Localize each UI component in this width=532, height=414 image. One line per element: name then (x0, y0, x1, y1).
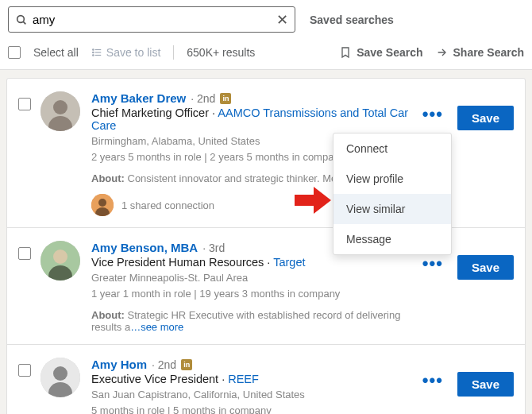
bookmark-icon (339, 46, 352, 59)
result-row: Amy Baker Drew · 2nd in Chief Marketing … (7, 79, 525, 228)
svg-point-7 (92, 55, 94, 56)
share-icon (436, 46, 449, 59)
job-title: Executive Vice President (91, 373, 218, 385)
dropdown-item-message[interactable]: Message (333, 224, 451, 254)
save-search-button[interactable]: Save Search (339, 46, 422, 59)
avatar[interactable] (40, 241, 80, 281)
row-checkbox[interactable] (18, 364, 31, 377)
pointer-arrow-icon (295, 187, 331, 214)
svg-point-6 (92, 52, 94, 53)
save-button[interactable]: Save (457, 106, 514, 130)
toolbar: Select all Save to list 650K+ results Sa… (0, 36, 532, 70)
results-container: Amy Baker Drew · 2nd in Chief Marketing … (0, 70, 532, 414)
avatar[interactable] (40, 358, 80, 397)
avatar[interactable] (40, 91, 80, 131)
svg-line-1 (23, 21, 25, 24)
more-actions-button[interactable]: ••• (418, 255, 448, 273)
svg-point-15 (53, 250, 67, 264)
more-actions-button[interactable]: ••• (418, 106, 448, 123)
tenure: 1 year 1 month in role | 19 years 3 mont… (91, 286, 418, 302)
job-title: Vice President Human Resources (91, 256, 264, 269)
company-link[interactable]: REEF (228, 373, 259, 385)
actions-dropdown: Connect View profile View similar Messag… (333, 133, 452, 255)
row-checkbox[interactable] (18, 247, 31, 260)
svg-point-12 (98, 199, 106, 207)
shared-connection-text[interactable]: 1 shared connection (121, 199, 214, 211)
dropdown-item-connect[interactable]: Connect (333, 133, 451, 164)
share-search-label: Share Search (453, 46, 525, 59)
result-name[interactable]: Amy Baker Drew (91, 91, 186, 105)
dropdown-item-view-similar[interactable]: View similar (333, 194, 451, 224)
dropdown-item-view-profile[interactable]: View profile (333, 164, 451, 194)
about-label: About: (91, 172, 125, 184)
svg-point-18 (53, 366, 67, 381)
share-search-button[interactable]: Share Search (436, 46, 525, 59)
about-label: About: (91, 309, 125, 321)
search-icon (15, 14, 28, 26)
linkedin-badge-icon: in (220, 93, 231, 104)
row-checkbox[interactable] (18, 98, 31, 110)
list-icon (91, 47, 102, 58)
location: San Juan Capistrano, California, United … (91, 387, 418, 403)
saved-searches-link[interactable]: Saved searches (310, 14, 394, 26)
save-button[interactable]: Save (457, 255, 514, 280)
tenure: 5 months in role | 5 months in company (91, 403, 418, 415)
svg-point-5 (92, 49, 94, 51)
save-search-label: Save Search (357, 46, 422, 59)
save-to-list-label: Save to list (106, 46, 160, 59)
results-count: 650K+ results (187, 46, 255, 59)
svg-point-9 (53, 100, 67, 114)
select-all-checkbox[interactable] (8, 46, 21, 59)
see-more-link[interactable]: …see more (130, 321, 183, 333)
location: Greater Minneapolis-St. Paul Area (91, 270, 418, 286)
result-name[interactable]: Amy Hom (91, 358, 147, 371)
job-title: Chief Marketing Officer (91, 106, 209, 119)
connection-degree: · 2nd (191, 92, 215, 105)
search-input[interactable] (8, 6, 295, 33)
result-row: Amy Hom · 2nd in Executive Vice Presiden… (7, 345, 525, 414)
clear-icon[interactable]: ✕ (276, 13, 288, 27)
select-all-label: Select all (33, 46, 79, 59)
shared-connection-avatar[interactable] (91, 194, 114, 216)
result-name[interactable]: Amy Benson, MBA (91, 241, 198, 254)
save-to-list-button[interactable]: Save to list (91, 46, 160, 59)
svg-point-0 (17, 15, 25, 22)
more-actions-button[interactable]: ••• (418, 372, 448, 389)
divider (173, 45, 174, 60)
save-button[interactable]: Save (457, 372, 514, 397)
company-link[interactable]: Target (273, 256, 305, 269)
connection-degree: · 2nd (152, 358, 176, 371)
search-box: ✕ (8, 6, 295, 33)
linkedin-badge-icon: in (181, 359, 192, 370)
connection-degree: · 3rd (202, 242, 225, 254)
